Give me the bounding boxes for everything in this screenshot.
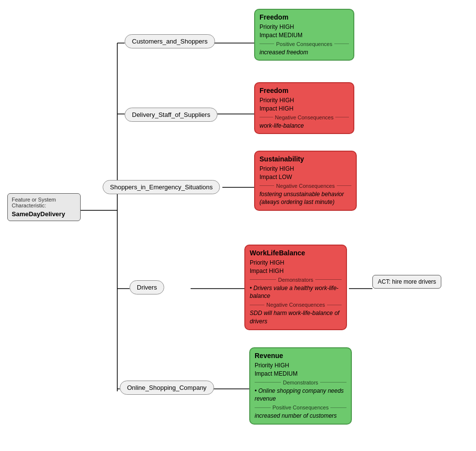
stakeholder-shoppers-emergency[interactable]: Shoppers_in_Emergency_Situations [103,180,220,194]
root-title: SameDayDelivery [12,210,76,218]
stakeholder-customers[interactable]: Customers_and_Shoppers [125,34,215,48]
act-node[interactable]: ACT: hire more drivers [372,275,441,289]
card-demonstrator: • Drivers value a healthy work-life-bala… [250,284,342,301]
card-priority: Priority HIGH [260,23,349,31]
card-section-neg-consequences: Negative Consequences [264,302,327,308]
connector-lines [0,0,476,451]
card-section-demonstrators: Demonstrators [281,380,320,385]
stakeholder-label: Drivers [137,284,157,291]
card-section-pos-consequences: Positive Consequences [274,41,334,47]
card-title: Freedom [260,87,349,94]
card-impact: Impact MEDIUM [260,31,349,40]
card-consequence: increased number of customers [255,412,346,420]
card-worklifebalance[interactable]: WorkLifeBalance Priority HIGH Impact HIG… [244,245,347,330]
card-priority: Priority HIGH [260,96,349,105]
card-revenue[interactable]: Revenue Priority HIGH Impact MEDIUM Demo… [249,347,352,425]
card-title: Freedom [260,13,349,21]
card-section-demonstrators: Demonstrators [276,277,315,283]
card-consequence: fostering unsustainable behavior (always… [260,190,351,207]
card-consequence: work-life-balance [260,122,349,130]
card-sustainability[interactable]: Sustainability Priority HIGH Impact LOW … [254,151,357,211]
card-section-neg-consequences: Negative Consequences [273,114,336,120]
card-section-pos-consequences: Positive Consequences [271,405,331,410]
stakeholder-drivers[interactable]: Drivers [130,280,164,294]
stakeholder-label: Online_Shopping_Company [127,384,207,391]
stakeholder-label: Shoppers_in_Emergency_Situations [110,183,213,191]
stakeholder-label: Customers_and_Shoppers [132,38,208,45]
card-demonstrator: • Online shopping company needs revenue [255,387,346,404]
diagram-container: Feature or System Characteristic: SameDa… [0,0,476,451]
stakeholder-online-shopping[interactable]: Online_Shopping_Company [120,381,214,395]
card-freedom-green[interactable]: Freedom Priority HIGH Impact MEDIUM Posi… [254,9,354,61]
stakeholder-label: Delivery_Staff_of_Suppliers [132,111,210,118]
root-label: Feature or System Characteristic: [12,197,76,208]
act-label: ACT: hire more drivers [378,278,436,285]
root-node: Feature or System Characteristic: SameDa… [7,193,81,221]
card-priority: Priority HIGH [260,165,351,173]
card-title: WorkLifeBalance [250,249,342,257]
card-freedom-red[interactable]: Freedom Priority HIGH Impact HIGH Negati… [254,82,354,134]
card-consequence: SDD will harm work-life-balance of drive… [250,309,342,326]
card-impact: Impact HIGH [250,267,342,275]
card-section-neg-consequences: Negative Consequences [274,183,337,189]
card-impact: Impact LOW [260,173,351,181]
card-priority: Priority HIGH [255,361,346,370]
card-title: Sustainability [260,155,351,163]
card-impact: Impact MEDIUM [255,370,346,378]
stakeholder-delivery-staff[interactable]: Delivery_Staff_of_Suppliers [125,108,217,122]
card-title: Revenue [255,352,346,360]
card-priority: Priority HIGH [250,259,342,267]
card-impact: Impact HIGH [260,105,349,113]
card-consequence: increased freedom [260,48,349,57]
